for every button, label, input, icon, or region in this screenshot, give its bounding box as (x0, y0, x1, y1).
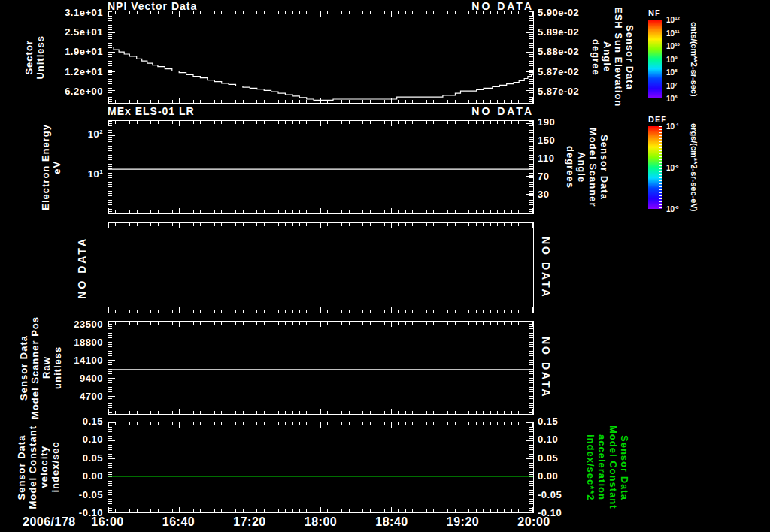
x-tick (335, 310, 335, 313)
x-tick (285, 310, 286, 313)
x-tick (150, 223, 151, 226)
x-tick (250, 307, 250, 313)
colorbar-nf (648, 20, 662, 98)
x-tick (229, 310, 229, 313)
time-tick-label: 19:20 (437, 515, 490, 529)
x-tick (158, 223, 159, 226)
x-tick (179, 223, 180, 228)
right-axis-label-block: Sensor DataESH Sun ElevationAngledegree (596, 11, 630, 104)
no-data-label: NO DATA (77, 237, 88, 299)
x-tick (193, 223, 194, 226)
x-tick (462, 223, 462, 228)
x-tick (483, 310, 484, 313)
x-tick (165, 223, 165, 226)
panel-2-title: MEx ELS-01 LR (108, 105, 195, 117)
y-axis-label: Electron EnergyeV (40, 124, 62, 210)
panel-1-series-plot (108, 11, 533, 103)
x-tick (356, 223, 356, 226)
x-tick (468, 310, 469, 313)
x-tick (235, 310, 236, 313)
x-tick (172, 310, 173, 313)
x-tick (200, 223, 201, 226)
x-tick (144, 310, 144, 313)
right-axis-label-block: Sensor DataModel ScannerAngledegrees (568, 120, 607, 214)
x-tick (123, 223, 123, 226)
x-tick (447, 223, 448, 226)
x-tick (214, 223, 215, 226)
time-tick-label: 16:40 (153, 515, 205, 529)
y-axis-label: SectorUnitless (23, 35, 46, 80)
x-tick (115, 310, 116, 313)
x-tick (398, 310, 399, 313)
x-tick (137, 310, 138, 313)
colorbar-unit-block: cnts/(cm**2-sr-sec) (687, 3, 699, 115)
x-tick (341, 310, 342, 313)
x-tick (391, 223, 392, 228)
x-tick (129, 310, 130, 313)
colorbar-minor-ticks (659, 20, 662, 98)
x-tick (271, 310, 271, 313)
no-data-label: NO DATA (540, 337, 551, 399)
right-axis-label-block: Sensor DataModel Constantaccelerationind… (584, 422, 631, 513)
x-tick (391, 307, 392, 313)
x-tick (526, 310, 526, 313)
x-tick (426, 223, 427, 226)
right-no-data-block: NO DATA (537, 321, 553, 415)
x-tick (349, 310, 350, 313)
colorbar-minor-ticks (659, 126, 662, 209)
y-tick-label: 3.1e+01 (0, 7, 103, 18)
y-axis-label-block: Electron EnergyeV (39, 120, 63, 214)
x-tick (420, 223, 420, 226)
y-tick-label: 1.2e+01 (0, 66, 103, 77)
y-axis-label: Sensor DataModel Constantvelocityindex/s… (16, 425, 61, 509)
x-tick (150, 310, 151, 313)
x-tick (341, 223, 342, 226)
x-tick (221, 310, 222, 313)
y-axis-label-block: Sensor DataModel Scanner PosRawunitless (18, 321, 63, 415)
x-tick (193, 310, 194, 313)
x-tick (208, 310, 208, 313)
x-tick (271, 223, 271, 226)
x-tick (476, 310, 477, 313)
x-tick (137, 223, 138, 226)
x-tick (327, 310, 328, 313)
x-tick (278, 310, 279, 313)
x-tick (221, 223, 222, 226)
x-tick (377, 310, 377, 313)
time-tick-label: 20:00 (508, 515, 560, 529)
colorbar-tick-label: 10-8 (666, 205, 678, 213)
x-tick (158, 310, 159, 313)
x-tick (243, 310, 244, 313)
x-tick (229, 223, 229, 226)
x-tick (292, 223, 293, 226)
x-tick (299, 310, 300, 313)
colorbar-tick-label: 10-6 (666, 164, 678, 172)
plot-screen: NPI Vector Data NO DATA MEx ELS-01 LR NO… (0, 0, 770, 532)
panel-2-status: NO DATA (471, 105, 534, 117)
x-tick (518, 223, 519, 226)
y-axis-label-block: SectorUnitless (21, 11, 48, 104)
x-tick (335, 223, 335, 226)
x-tick (384, 310, 385, 313)
x-tick (214, 310, 215, 313)
panel-2-frame (108, 120, 534, 214)
panel-5-frame (108, 422, 534, 513)
y-tick-label: 1.9e+01 (0, 46, 103, 57)
x-tick (412, 223, 413, 226)
x-tick (186, 310, 186, 313)
x-tick (441, 310, 441, 313)
x-tick (108, 223, 109, 228)
colorbar-def (648, 126, 662, 209)
y-tick-label: 2.5e+01 (0, 26, 103, 38)
colorbar-tick-label: 1010 (666, 42, 680, 50)
right-axis-label: Sensor DataModel Constantaccelerationind… (585, 425, 630, 509)
sector-line (108, 47, 533, 101)
y-axis-label: Sensor DataModel Scanner PosRawunitless (18, 316, 63, 419)
x-tick (349, 223, 350, 226)
x-tick (398, 223, 399, 226)
x-tick (320, 307, 321, 313)
x-tick (108, 307, 109, 313)
colorbar-unit-label: ergs/(cm**2-sr-sec-eV) (688, 123, 699, 211)
x-tick (299, 223, 300, 226)
x-tick (511, 310, 512, 313)
